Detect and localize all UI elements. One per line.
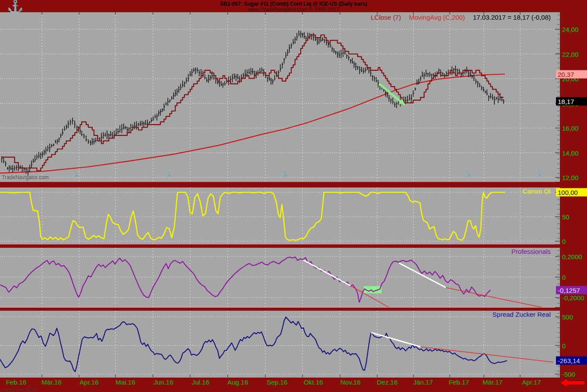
scale-label: 0: [562, 342, 566, 349]
scale-label: 16,00: [562, 125, 579, 132]
scale-label: 22,00: [562, 50, 579, 58]
tradenavigator-watermark: TradeNavigator.com: [2, 174, 49, 180]
svg-text:⚓: ⚓: [465, 170, 471, 177]
month-label[interactable]: Mai.16: [115, 378, 135, 386]
month-label[interactable]: Nov.16: [340, 378, 361, 386]
month-label[interactable]: Sep.16: [267, 378, 288, 386]
legend-lclose[interactable]: LClose (7): [371, 14, 401, 21]
scale-label: -0,2000: [562, 294, 584, 302]
price-panel-canvas: ⚓⚓⚓⚓⚓: [0, 12, 555, 182]
month-label[interactable]: Jun.16: [153, 378, 173, 386]
professionals-canvas: [0, 248, 555, 307]
current-value-badge: 20,37: [556, 70, 587, 78]
comm-oi-panel[interactable]: Comm OI: [0, 187, 555, 244]
month-label[interactable]: Apr.17: [522, 378, 541, 386]
current-value-badge: -0,1257: [556, 286, 587, 294]
scroll-left-arrow-icon[interactable]: [559, 378, 587, 388]
month-label[interactable]: Okt.16: [304, 378, 323, 386]
scale-label: 12,00: [562, 174, 579, 181]
panel-separator[interactable]: [0, 182, 587, 188]
legend-date-info: 17.03.2017 = 18,17 (-0,08): [473, 14, 551, 21]
scale-label: 0: [562, 238, 566, 245]
month-label[interactable]: Jul.16: [192, 378, 209, 386]
scale-label: 0,2000: [562, 253, 582, 260]
legend-movingavg[interactable]: MovingAvg (C,200): [409, 14, 465, 21]
current-value-badge: 18,17: [556, 97, 587, 105]
month-label[interactable]: Apr.16: [80, 378, 98, 386]
professionals-label: Professionals: [511, 248, 551, 255]
title-bar: ⚓ SB2-057: Sugar #11 (Comb) Cont Liq @ I…: [0, 0, 587, 12]
month-label[interactable]: Mär.17: [483, 378, 503, 386]
legend: LClose (7) MovingAvg (C,200) 17.03.2017 …: [371, 14, 551, 21]
scale-label: -500: [562, 371, 575, 378]
comm-oi-label: Comm OI: [523, 187, 551, 195]
spread-label: Spread Zucker Real: [493, 311, 551, 318]
chart-subtitle: www.TradeNavigator.com © 1999-2017: [0, 7, 587, 13]
scale-label: 500: [562, 313, 573, 321]
svg-text:⚓: ⚓: [535, 170, 542, 177]
month-label[interactable]: Aug.16: [227, 378, 248, 386]
spread-canvas: [0, 311, 555, 378]
price-panel[interactable]: ⚓⚓⚓⚓⚓ LClose (7) MovingAvg (C,200) 17.03…: [0, 12, 555, 182]
trade-navigator-window: { "window": { "title": "SB2-057: Sugar #…: [0, 0, 587, 392]
current-value-badge: 100,00: [556, 188, 587, 197]
spread-panel[interactable]: Spread Zucker Real: [0, 311, 555, 378]
month-label[interactable]: Feb.16: [6, 378, 27, 386]
scale-label: 14,00: [562, 149, 579, 156]
eigentum-note: Eigentum ZYXA: [1, 387, 38, 392]
month-label[interactable]: Dez.16: [377, 378, 398, 386]
comm-oi-canvas: [0, 187, 555, 244]
current-value-badge: -263,14: [556, 356, 587, 364]
svg-text:⚓: ⚓: [281, 170, 288, 177]
scale-label: 24,00: [562, 26, 579, 33]
month-label[interactable]: Jän.17: [413, 378, 433, 386]
svg-text:⚓: ⚓: [165, 170, 172, 177]
professionals-panel[interactable]: Professionals: [0, 248, 555, 307]
month-label[interactable]: Feb.17: [449, 378, 469, 386]
scale-label: 50: [562, 213, 570, 221]
month-label[interactable]: Mär.16: [42, 378, 62, 386]
chart-title: SB2-057: Sugar #11 (Comb) Cont Liq @ ICE…: [0, 0, 587, 7]
svg-text:⚓: ⚓: [72, 170, 79, 177]
scale-label: 0: [562, 274, 566, 281]
